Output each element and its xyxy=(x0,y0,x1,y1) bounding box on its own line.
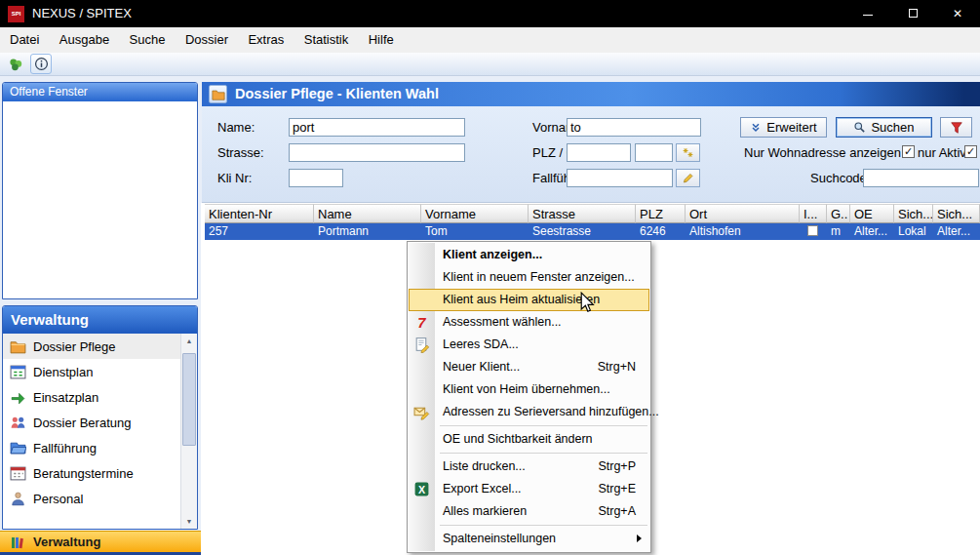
sidebar-item-dossier-beratung[interactable]: Dossier Beratung xyxy=(3,410,180,435)
sidebar-item-einsatzplan[interactable]: Einsatzplan xyxy=(3,384,180,410)
table-header: Klienten-Nr Name Vorname Strasse PLZ Ort… xyxy=(205,204,980,223)
beratungstermine-icon xyxy=(10,465,26,482)
sidebar-scrollbar[interactable]: ▲ ▼ xyxy=(180,334,197,529)
column-header-sich2[interactable]: Sich... xyxy=(933,204,980,223)
menu-item-alles-markieren[interactable]: Alles markieren Strg+A xyxy=(409,500,649,523)
sidebar-item-fallfuehrung[interactable]: Fallführung xyxy=(3,435,180,460)
wohnadresse-checkbox[interactable] xyxy=(902,145,915,158)
cell-oe: Alter... xyxy=(850,223,894,240)
dossier-pflege-icon xyxy=(10,338,26,355)
column-header-sich1[interactable]: Sich... xyxy=(894,204,933,223)
funnel-red-icon xyxy=(950,121,963,135)
menu-item-spalteneinstellungen[interactable]: Spalteneinstellungen xyxy=(409,528,649,550)
verwaltung-bottom-button[interactable]: Verwaltung xyxy=(0,531,201,552)
svg-text:X: X xyxy=(418,484,425,496)
sidebar-item-beratungstermine[interactable]: Beratungstermine xyxy=(3,460,180,486)
wildcard-icon xyxy=(682,146,694,159)
menu-extras[interactable]: Extras xyxy=(240,27,292,53)
menu-item-oe-sichtbarkeit[interactable]: OE und Sichtbarkeit ändern xyxy=(409,428,649,451)
cell-plz: 6246 xyxy=(636,223,686,240)
column-header-strasse[interactable]: Strasse xyxy=(529,204,636,223)
plz-lookup-button[interactable] xyxy=(676,143,700,162)
shortcut-label: Strg+N xyxy=(598,356,636,378)
menu-ausgabe[interactable]: Ausgabe xyxy=(52,27,117,53)
menu-statistik[interactable]: Statistik xyxy=(296,27,357,53)
search-icon xyxy=(853,121,866,134)
column-header-g[interactable]: G.. xyxy=(827,204,850,223)
fallfuehrung-input[interactable] xyxy=(567,169,673,187)
shortcut-label: Strg+A xyxy=(598,500,636,523)
erweitert-button[interactable]: Erweitert xyxy=(740,117,827,138)
sidebar-item-label: Personal xyxy=(33,492,83,506)
plz-input[interactable] xyxy=(567,143,631,162)
dossier-icon xyxy=(209,85,227,103)
menu-hilfe[interactable]: Hilfe xyxy=(361,27,402,53)
scroll-down-button[interactable]: ▼ xyxy=(181,514,197,529)
vorname-input[interactable] xyxy=(567,118,701,137)
menu-item-leeres-sda[interactable]: Leeres SDA... xyxy=(409,334,649,356)
app-logo: SPI xyxy=(8,6,24,22)
menu-suche[interactable]: Suche xyxy=(122,27,174,53)
status-icon[interactable] xyxy=(7,56,24,73)
column-header-klienten-nr[interactable]: Klienten-Nr xyxy=(205,204,314,223)
cell-i xyxy=(800,223,827,240)
column-header-ort[interactable]: Ort xyxy=(686,204,800,223)
menu-item-klient-anzeigen[interactable]: Klient anzeigen... xyxy=(409,244,649,266)
titlebar: SPI NEXUS / SPITEX ✕ xyxy=(0,0,980,27)
menu-item-neuer-klient[interactable]: Neuer Klient... Strg+N xyxy=(409,356,649,378)
close-button[interactable]: ✕ xyxy=(935,0,980,27)
menu-item-klient-aus-heim-aktualisieren[interactable]: Klient aus Heim aktualisieren xyxy=(409,289,649,311)
column-header-i[interactable]: I... xyxy=(800,204,827,223)
close-icon: ✕ xyxy=(953,7,962,20)
menu-dossier[interactable]: Dossier xyxy=(177,27,236,53)
cell-g: m xyxy=(827,223,850,240)
menu-separator xyxy=(440,453,647,454)
verwaltung-bottom-label: Verwaltung xyxy=(33,535,100,549)
kli-nr-input[interactable] xyxy=(289,169,343,187)
menu-item-assessment-waehlen[interactable]: 7 Assessment wählen... xyxy=(409,311,649,334)
window-title: NEXUS / SPITEX xyxy=(32,0,132,27)
scrollbar-thumb[interactable] xyxy=(182,353,196,446)
menubar: Datei Ausgabe Suche Dossier Extras Stati… xyxy=(0,27,980,53)
column-header-plz[interactable]: PLZ xyxy=(636,204,686,223)
name-input[interactable] xyxy=(289,118,465,137)
column-header-oe[interactable]: OE xyxy=(850,204,894,223)
suchen-button[interactable]: Suchen xyxy=(836,117,932,138)
cell-sich2: Alter... xyxy=(933,223,980,240)
nav-panel-header: Verwaltung xyxy=(3,306,197,334)
suchcode-input[interactable] xyxy=(863,169,979,187)
open-windows-header: Offene Fenster xyxy=(3,83,197,101)
ort-input[interactable] xyxy=(635,143,673,162)
nav-list: Dossier Pflege Dienstplan Einsatzplan Do… xyxy=(3,334,180,529)
context-menu: Klient anzeigen... Klient in neuem Fenst… xyxy=(407,241,651,553)
row-checkbox[interactable] xyxy=(807,225,818,236)
info-button[interactable] xyxy=(30,54,52,74)
maximize-icon xyxy=(909,9,918,18)
sidebar-item-dienstplan[interactable]: Dienstplan xyxy=(3,359,180,384)
name-label: Name: xyxy=(217,120,255,135)
shortcut-label: Strg+P xyxy=(598,456,636,478)
scroll-up-button[interactable]: ▲ xyxy=(181,334,197,348)
maximize-button[interactable] xyxy=(890,0,935,27)
column-header-name[interactable]: Name xyxy=(314,204,421,223)
menu-item-adressen-serieversand[interactable]: Adressen zu Serieversand hinzufügen... xyxy=(409,401,649,423)
minimize-button[interactable] xyxy=(845,0,890,27)
menu-item-klient-neues-fenster[interactable]: Klient in neuem Fenster anzeigen... xyxy=(409,266,649,289)
menu-item-klient-von-heim-uebernehmen[interactable]: Klient von Heim übernehmen... xyxy=(409,378,649,401)
menu-item-liste-drucken[interactable]: Liste drucken... Strg+P xyxy=(409,456,649,478)
fallfuehrung-edit-button[interactable] xyxy=(676,169,700,187)
dienstplan-icon xyxy=(10,364,26,380)
sidebar-item-personal[interactable]: Personal xyxy=(3,486,180,511)
menu-item-export-excel[interactable]: X Export Excel... Strg+E xyxy=(409,478,649,500)
strasse-input[interactable] xyxy=(289,143,465,162)
column-header-vorname[interactable]: Vorname xyxy=(421,204,529,223)
menu-datei[interactable]: Datei xyxy=(2,27,47,53)
table-row[interactable]: 257 Portmann Tom Seestrasse 6246 Altisho… xyxy=(205,223,980,240)
svg-text:7: 7 xyxy=(417,315,426,331)
filter-clear-button[interactable] xyxy=(940,117,972,138)
sidebar-item-label: Fallführung xyxy=(33,441,97,456)
sidebar-item-label: Beratungstermine xyxy=(33,466,134,481)
sidebar-item-dossier-pflege[interactable]: Dossier Pflege xyxy=(3,334,180,359)
aktive-checkbox[interactable] xyxy=(964,145,977,158)
sidebar-item-label: Dienstplan xyxy=(33,365,93,379)
